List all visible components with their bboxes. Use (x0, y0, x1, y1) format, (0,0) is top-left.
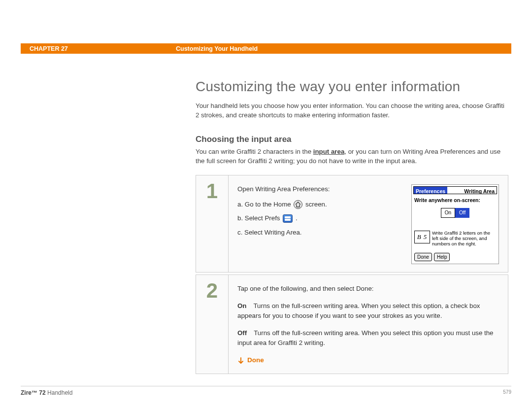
option-off: OffTurns off the full-screen writing are… (237, 328, 499, 348)
prefs-icon (283, 214, 293, 223)
substep-b: b. Select Prefs . (237, 213, 401, 224)
step-1-lead: Open Writing Area Preferences: (237, 184, 401, 195)
done-marker: Done (237, 355, 499, 366)
device-tab-writing-area: Writing Area (447, 187, 497, 194)
section-intro: You can write Graffiti 2 characters in t… (196, 147, 508, 166)
section-heading: Choosing the input area (196, 135, 508, 144)
device-screenshot: Preferences Writing Area Write anywhere … (411, 184, 499, 264)
device-toggle: On Off (413, 208, 497, 218)
page-number: 579 (503, 389, 511, 396)
step-2-text: Tap one of the following, and then selec… (229, 275, 508, 374)
chapter-label: CHAPTER 27 (21, 45, 176, 52)
device-done-button: Done (414, 253, 432, 262)
input-area-link[interactable]: input area (313, 148, 345, 155)
device-toggle-off: Off (455, 208, 469, 218)
step-number: 2 (196, 275, 229, 374)
step-1-box: 1 Open Writing Area Preferences: a. Go t… (196, 175, 508, 273)
page-content: Customizing the way you enter informatio… (196, 79, 508, 376)
step-2-box: 2 Tap one of the following, and then sel… (196, 274, 508, 374)
step-number: 1 (196, 175, 229, 272)
page-footer: Zire™ 72 Handheld 579 (21, 386, 511, 396)
step-2-lead: Tap one of the following, and then selec… (237, 284, 499, 294)
option-on: OnTurns on the full-screen writing area.… (237, 301, 499, 321)
down-arrow-icon (237, 357, 244, 364)
page-title: Customizing the way you enter informatio… (196, 79, 508, 95)
substep-a: a. Go to the Home screen. (237, 200, 401, 210)
device-glyph-box: B 5 (414, 231, 430, 243)
step-1-text: Open Writing Area Preferences: a. Go to … (237, 184, 401, 264)
chapter-header-bar: CHAPTER 27 Customizing Your Handheld (21, 43, 511, 54)
home-icon (294, 200, 302, 209)
device-info-text: Write Graffiti 2 letters on the left sid… (432, 231, 496, 247)
chapter-title: Customizing Your Handheld (176, 45, 258, 52)
intro-paragraph: Your handheld lets you choose how you en… (196, 102, 508, 120)
device-tab-preferences: Preferences (414, 187, 447, 194)
device-toggle-on: On (441, 208, 455, 218)
device-subtitle: Write anywhere on-screen: (414, 196, 496, 204)
device-help-button: Help (434, 253, 450, 262)
product-name: Zire™ 72 Handheld (21, 389, 72, 396)
substep-c: c. Select Writing Area. (237, 228, 401, 238)
